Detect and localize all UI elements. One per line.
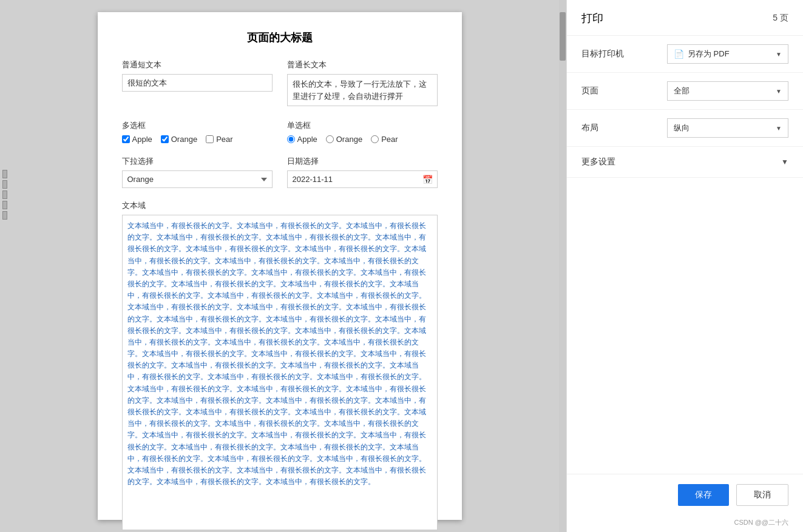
more-settings-label: 更多设置 — [581, 157, 615, 167]
layout-value-wrapper[interactable]: 纵向 ▼ — [667, 118, 788, 138]
form-group-long-text: 普通长文本 很长的文本，导致了一行无法放下，这里进行了处理，会自动进行撑开 — [287, 59, 438, 108]
page-range-dropdown-arrow: ▼ — [776, 88, 782, 95]
marker-1 — [2, 170, 7, 178]
dropdown-label: 下拉选择 — [122, 156, 273, 167]
checkbox-apple-label: Apple — [132, 135, 152, 144]
preview-scrollbar[interactable] — [559, 0, 566, 532]
print-panel: 打印 5 页 目标打印机 📄 另存为 PDF ▼ 页面 全部 ▼ 布局 纵向 — [566, 0, 803, 532]
save-button[interactable]: 保存 — [678, 484, 729, 506]
left-markers — [2, 170, 7, 220]
setting-row-page-range: 页面 全部 ▼ — [567, 73, 803, 110]
textarea-label: 文本域 — [122, 200, 438, 211]
scrollbar-thumb[interactable] — [560, 12, 566, 61]
csdn-watermark: CSDN @@二十六 — [567, 516, 803, 532]
form-group-date: 日期选择 📅 — [287, 156, 438, 188]
checkbox-apple[interactable]: Apple — [122, 135, 152, 144]
more-settings-expand-icon: ▼ — [781, 158, 788, 166]
setting-row-printer: 目标打印机 📄 另存为 PDF ▼ — [567, 36, 803, 73]
form-row-texts: 普通短文本 普通长文本 很长的文本，导致了一行无法放下，这里进行了处理，会自动进… — [122, 59, 438, 108]
print-page: 页面的大标题 普通短文本 普通长文本 很长的文本，导致了一行无法放下，这里进行了… — [98, 12, 462, 520]
page-range-value-wrapper[interactable]: 全部 ▼ — [667, 81, 788, 101]
checkbox-pear[interactable]: Pear — [206, 135, 232, 144]
form-group-short-text: 普通短文本 — [122, 59, 273, 108]
checkbox-group: Apple Orange Pear — [122, 135, 273, 144]
checkbox-orange[interactable]: Orange — [161, 135, 197, 144]
print-preview-area: 页面的大标题 普通短文本 普通长文本 很长的文本，导致了一行无法放下，这里进行了… — [0, 0, 559, 532]
form-group-dropdown: 下拉选择 Apple Orange Pear — [122, 156, 273, 188]
marker-4 — [2, 201, 7, 209]
setting-row-layout: 布局 纵向 ▼ — [567, 110, 803, 147]
radio-pear-input[interactable] — [371, 135, 379, 143]
panel-spacer — [567, 255, 803, 474]
date-label: 日期选择 — [287, 156, 438, 167]
calendar-icon: 📅 — [422, 175, 433, 184]
printer-value-text: 另存为 PDF — [688, 49, 772, 59]
printer-label: 目标打印机 — [581, 49, 630, 59]
radio-pear-label: Pear — [381, 135, 398, 144]
date-input[interactable] — [287, 170, 438, 188]
print-panel-header: 打印 5 页 — [567, 0, 803, 36]
checkbox-orange-input[interactable] — [161, 135, 169, 143]
page-range-label: 页面 — [581, 86, 630, 96]
form-group-checkbox: 多选框 Apple Orange Pear — [122, 120, 273, 144]
marker-2 — [2, 180, 7, 189]
radio-orange-input[interactable] — [326, 135, 334, 143]
radio-orange-label: Orange — [336, 135, 362, 144]
page-title: 页面的大标题 — [122, 30, 438, 45]
form-row-checkbox-radio: 多选框 Apple Orange Pear — [122, 120, 438, 144]
checkbox-label: 多选框 — [122, 120, 273, 131]
checkbox-pear-input[interactable] — [206, 135, 214, 143]
page-range-value-text: 全部 — [674, 86, 772, 96]
layout-value-text: 纵向 — [674, 123, 772, 133]
marker-5 — [2, 211, 7, 220]
print-panel-title: 打印 — [581, 11, 603, 25]
long-text-label: 普通长文本 — [287, 59, 438, 70]
marker-3 — [2, 190, 7, 199]
radio-orange[interactable]: Orange — [326, 135, 362, 144]
cancel-button[interactable]: 取消 — [736, 484, 788, 506]
textarea-section: 文本域 文本域当中，有很长很长的文字。文本域当中，有很长很长的文字。文本域当中，… — [122, 200, 438, 532]
form-row-dropdown-date: 下拉选择 Apple Orange Pear 日期选择 📅 — [122, 156, 438, 188]
dropdown-select[interactable]: Apple Orange Pear — [122, 170, 273, 188]
short-text-input[interactable] — [122, 74, 273, 92]
checkbox-orange-label: Orange — [171, 135, 197, 144]
radio-apple-input[interactable] — [287, 135, 295, 143]
printer-icon: 📄 — [674, 49, 684, 59]
more-settings-row[interactable]: 更多设置 ▼ — [567, 147, 803, 178]
radio-apple[interactable]: Apple — [287, 135, 317, 144]
short-text-label: 普通短文本 — [122, 59, 273, 70]
date-input-wrapper: 📅 — [287, 170, 438, 188]
long-text-input[interactable]: 很长的文本，导致了一行无法放下，这里进行了处理，会自动进行撑开 — [287, 74, 438, 106]
layout-dropdown-arrow: ▼ — [776, 125, 782, 132]
radio-group: Apple Orange Pear — [287, 135, 438, 144]
printer-dropdown-arrow: ▼ — [776, 51, 782, 58]
print-settings: 目标打印机 📄 另存为 PDF ▼ 页面 全部 ▼ 布局 纵向 ▼ 更 — [567, 36, 803, 255]
checkbox-apple-input[interactable] — [122, 135, 130, 143]
radio-pear[interactable]: Pear — [371, 135, 398, 144]
textarea-large[interactable]: 文本域当中，有很长很长的文字。文本域当中，有很长很长的文字。文本域当中，有很长很… — [122, 215, 438, 530]
radio-label: 单选框 — [287, 120, 438, 131]
radio-apple-label: Apple — [297, 135, 317, 144]
print-panel-pages: 5 页 — [773, 13, 788, 24]
printer-value-wrapper[interactable]: 📄 另存为 PDF ▼ — [667, 44, 788, 64]
form-group-radio: 单选框 Apple Orange Pear — [287, 120, 438, 144]
print-panel-footer: 保存 取消 — [567, 474, 803, 516]
layout-label: 布局 — [581, 123, 630, 133]
checkbox-pear-label: Pear — [216, 135, 232, 144]
